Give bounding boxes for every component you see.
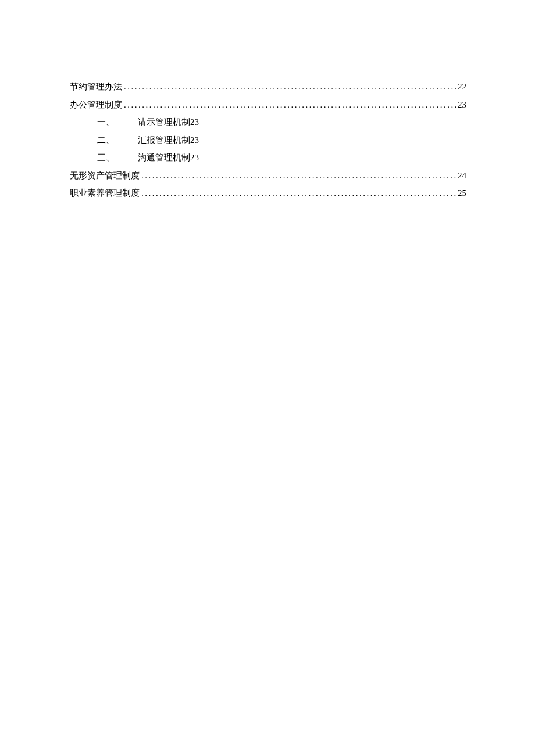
toc-leader: [141, 185, 456, 202]
toc-entry: 职业素养管理制度 25: [70, 185, 466, 202]
toc-title: 办公管理制度: [70, 96, 122, 113]
toc-container: 节约管理办法 22 办公管理制度 23 一、 请示管理机制23 二、 汇报管理机…: [70, 78, 466, 202]
toc-sub-text: 汇报管理机制23: [138, 132, 199, 149]
toc-page: 24: [458, 167, 466, 184]
toc-leader: [124, 96, 456, 113]
toc-leader: [124, 78, 456, 95]
toc-subentry: 一、 请示管理机制23: [70, 114, 466, 131]
toc-subentry: 二、 汇报管理机制23: [70, 132, 466, 149]
toc-title: 无形资产管理制度: [70, 167, 140, 184]
toc-sub-text: 沟通管理机制23: [138, 149, 199, 166]
toc-title: 职业素养管理制度: [70, 185, 140, 202]
toc-title: 节约管理办法: [70, 78, 122, 95]
toc-page: 22: [458, 78, 466, 95]
toc-page: 25: [458, 185, 466, 202]
toc-leader: [141, 167, 456, 184]
toc-subentry: 三、 沟通管理机制23: [70, 149, 466, 166]
toc-page: 23: [458, 96, 466, 113]
toc-entry: 节约管理办法 22: [70, 78, 466, 95]
toc-sub-marker: 二、: [97, 132, 138, 149]
toc-sub-marker: 一、: [97, 114, 138, 131]
toc-sub-marker: 三、: [97, 149, 138, 166]
toc-entry: 办公管理制度 23: [70, 96, 466, 113]
toc-entry: 无形资产管理制度 24: [70, 167, 466, 184]
toc-sub-text: 请示管理机制23: [138, 114, 199, 131]
